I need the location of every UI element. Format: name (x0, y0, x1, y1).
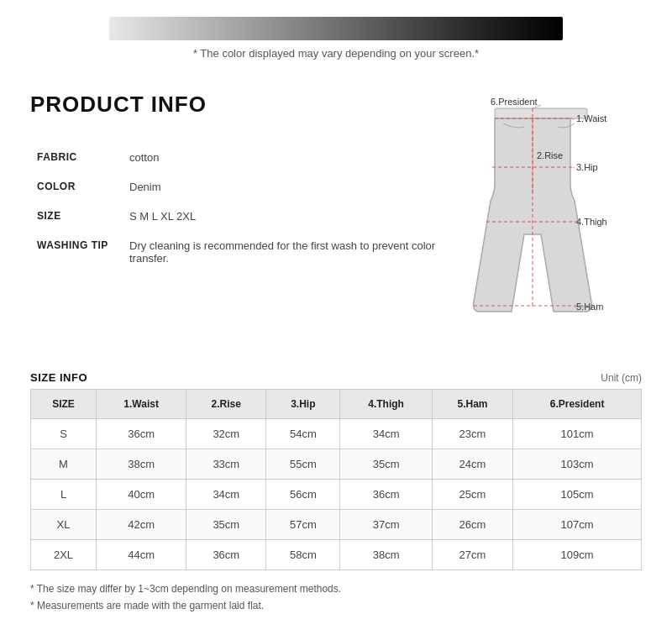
size-table-cell: 36cm (96, 419, 186, 449)
pants-svg: 6.President 1.Waist 3.Hip 2.Rise 4.Thigh… (449, 83, 642, 352)
size-table-cell: 35cm (186, 510, 266, 540)
svg-rect-0 (495, 108, 587, 118)
size-table-cell: 34cm (186, 480, 266, 510)
size-table-cell: 44cm (96, 540, 186, 570)
size-table-cell: 35cm (340, 449, 432, 480)
size-table-cell: 109cm (513, 540, 642, 570)
color-bar-section: * The color displayed may vary depending… (0, 0, 672, 83)
size-table-cell: 105cm (513, 480, 642, 510)
product-info-value: cotton (123, 143, 449, 172)
size-table-cell: 38cm (96, 449, 186, 480)
size-table-cell: 58cm (266, 540, 340, 570)
size-table-cell: 40cm (96, 480, 186, 510)
size-info-title: SIZE INFO (30, 371, 87, 384)
size-table-cell: 23cm (432, 419, 512, 449)
size-table-cell: 36cm (186, 540, 266, 570)
product-title: PRODUCT INFO (30, 92, 449, 118)
size-unit: Unit (cm) (601, 372, 642, 384)
product-info-row: COLORDenim (30, 172, 449, 202)
product-section: PRODUCT INFO FABRICcottonCOLORDenimSIZES… (0, 83, 672, 354)
product-info-row: FABRICcotton (30, 143, 449, 172)
size-note: * Measurements are made with the garment… (30, 597, 642, 614)
product-info-row: SIZES M L XL 2XL (30, 202, 449, 231)
size-info-section: SIZE INFO Unit (cm) SIZE1.Waist2.Rise3.H… (0, 354, 672, 632)
size-table-cell: 2XL (31, 540, 97, 570)
label-rise: 2.Rise (537, 150, 563, 160)
size-table-cell: 103cm (513, 449, 642, 480)
product-info-row: WASHING TIPDry cleaning is recommended f… (30, 231, 449, 273)
size-table-header: 2.Rise (186, 390, 266, 419)
product-info-value: Dry cleaning is recommended for the firs… (123, 231, 449, 273)
size-table-cell: 38cm (340, 540, 432, 570)
size-table-header: 5.Ham (432, 390, 512, 419)
size-table: SIZE1.Waist2.Rise3.Hip4.Thigh5.Ham6.Pres… (30, 389, 642, 570)
size-table-cell: 56cm (266, 480, 340, 510)
size-table-cell: 25cm (432, 480, 512, 510)
product-info-value: Denim (123, 172, 449, 202)
color-gradient-bar (109, 17, 563, 40)
color-bar-note: * The color displayed may vary depending… (109, 47, 563, 76)
size-table-cell: M (31, 449, 97, 480)
label-waist: 1.Waist (576, 113, 606, 123)
size-table-cell: XL (31, 510, 97, 540)
size-table-cell: 54cm (266, 419, 340, 449)
size-table-row: M38cm33cm55cm35cm24cm103cm (31, 449, 642, 480)
size-table-cell: 101cm (513, 419, 642, 449)
size-table-cell: 57cm (266, 510, 340, 540)
size-table-cell: 26cm (432, 510, 512, 540)
label-thigh: 4.Thigh (576, 217, 607, 227)
size-table-cell: 24cm (432, 449, 512, 480)
size-table-header: 4.Thigh (340, 390, 432, 419)
product-info-table: FABRICcottonCOLORDenimSIZES M L XL 2XLWA… (30, 143, 449, 273)
label-hip: 3.Hip (576, 162, 598, 172)
size-table-cell: 42cm (96, 510, 186, 540)
size-table-header: 3.Hip (266, 390, 340, 419)
size-table-cell: 107cm (513, 510, 642, 540)
size-table-header: 6.President (513, 390, 642, 419)
size-table-row: L40cm34cm56cm36cm25cm105cm (31, 480, 642, 510)
size-table-row: S36cm32cm54cm34cm23cm101cm (31, 419, 642, 449)
size-table-cell: 36cm (340, 480, 432, 510)
product-info-label: FABRIC (30, 143, 123, 172)
product-info-label: WASHING TIP (30, 231, 123, 273)
size-table-cell: 37cm (340, 510, 432, 540)
svg-line-9 (573, 167, 575, 168)
size-table-cell: 27cm (432, 540, 512, 570)
size-table-cell: L (31, 480, 97, 510)
size-table-row: XL42cm35cm57cm37cm26cm107cm (31, 510, 642, 540)
size-table-cell: 55cm (266, 449, 340, 480)
product-info-value: S M L XL 2XL (123, 202, 449, 231)
product-diagram: 6.President 1.Waist 3.Hip 2.Rise 4.Thigh… (449, 83, 642, 354)
label-president: 6.President (491, 97, 538, 107)
size-table-cell: 33cm (186, 449, 266, 480)
size-table-cell: 34cm (340, 419, 432, 449)
size-note: * The size may differ by 1~3cm depending… (30, 580, 642, 597)
size-notes: * The size may differ by 1~3cm depending… (30, 580, 642, 632)
size-table-header: 1.Waist (96, 390, 186, 419)
size-table-header: SIZE (31, 390, 97, 419)
product-info-label: SIZE (30, 202, 123, 231)
size-table-cell: 32cm (186, 419, 266, 449)
size-info-header: SIZE INFO Unit (cm) (30, 371, 642, 384)
product-left: PRODUCT INFO FABRICcottonCOLORDenimSIZES… (30, 92, 449, 354)
size-table-row: 2XL44cm36cm58cm38cm27cm109cm (31, 540, 642, 570)
product-info-label: COLOR (30, 172, 123, 202)
size-table-cell: S (31, 419, 97, 449)
